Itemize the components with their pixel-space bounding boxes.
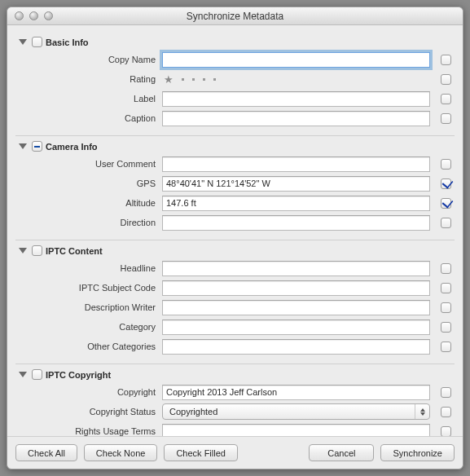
label-input[interactable] xyxy=(162,91,430,107)
window-controls xyxy=(7,11,53,20)
rating-stars[interactable]: ★ xyxy=(162,74,430,85)
sync-check-copyright-status[interactable] xyxy=(441,407,451,417)
sync-check-category[interactable] xyxy=(441,322,451,333)
row-copyright: Copyright xyxy=(19,383,451,401)
section-check-iptc-copyright[interactable] xyxy=(32,369,42,380)
window-title: Synchronize Metadata xyxy=(7,11,463,22)
section-title: Camera Info xyxy=(46,142,98,152)
label-rating: Rating xyxy=(19,74,162,84)
section-check-camera[interactable] xyxy=(32,141,42,152)
headline-input[interactable] xyxy=(162,261,430,276)
label-description-writer: Description Writer xyxy=(19,302,162,312)
row-category: Category xyxy=(19,318,451,336)
star-icon[interactable]: ★ xyxy=(164,74,174,85)
label-label: Label xyxy=(19,94,162,104)
section-check-iptc-content[interactable] xyxy=(32,245,42,256)
zoom-icon[interactable] xyxy=(44,11,53,20)
row-subject-code: IPTC Subject Code xyxy=(19,279,451,297)
description-writer-input[interactable] xyxy=(162,300,430,315)
sync-check-subject-code[interactable] xyxy=(441,283,451,293)
section-iptc-content: IPTC Content Headline IPTC Subject Code … xyxy=(15,240,455,364)
caption-input[interactable] xyxy=(162,111,430,126)
sync-check-headline[interactable] xyxy=(441,263,451,274)
disclosure-triangle-icon[interactable] xyxy=(19,39,27,45)
row-copyright-status: Copyright Status Copyrighted xyxy=(19,403,451,421)
label-rights-usage: Rights Usage Terms xyxy=(19,426,162,436)
sync-check-gps[interactable] xyxy=(441,178,451,189)
copyright-status-select[interactable]: Copyrighted xyxy=(162,403,430,420)
user-comment-input[interactable] xyxy=(162,156,430,172)
synchronize-button[interactable]: Synchronize xyxy=(380,444,455,461)
label-other-categories: Other Categories xyxy=(19,342,162,351)
label-caption: Caption xyxy=(19,113,162,123)
cancel-button[interactable]: Cancel xyxy=(309,444,374,461)
label-user-comment: User Comment xyxy=(19,159,162,169)
section-title: Basic Info xyxy=(46,37,89,47)
rights-usage-input[interactable] xyxy=(162,424,430,437)
section-title: IPTC Content xyxy=(46,246,103,256)
row-other-categories: Other Categories xyxy=(19,337,451,355)
star-dot-icon[interactable] xyxy=(182,78,184,81)
sync-check-copyright[interactable] xyxy=(441,387,451,398)
row-description-writer: Description Writer xyxy=(19,298,451,316)
category-input[interactable] xyxy=(162,320,430,335)
sync-check-description-writer[interactable] xyxy=(441,302,451,313)
sync-check-direction[interactable] xyxy=(441,218,451,228)
row-gps: GPS xyxy=(19,174,451,192)
star-dot-icon[interactable] xyxy=(213,78,216,81)
label-altitude: Altitude xyxy=(19,198,162,208)
section-check-basic[interactable] xyxy=(32,37,42,47)
section-header-iptc-copyright[interactable]: IPTC Copyright xyxy=(19,369,451,380)
sync-check-rights-usage[interactable] xyxy=(441,426,451,437)
sync-check-label[interactable] xyxy=(441,94,451,104)
sync-check-copy-name[interactable] xyxy=(441,55,451,65)
section-camera-info: Camera Info User Comment GPS Altitude Di… xyxy=(15,135,455,240)
direction-input[interactable] xyxy=(162,215,430,231)
gps-input[interactable] xyxy=(162,176,430,192)
section-header-camera[interactable]: Camera Info xyxy=(19,141,451,152)
section-header-basic[interactable]: Basic Info xyxy=(19,37,451,47)
copyright-input[interactable] xyxy=(162,385,430,400)
check-all-button[interactable]: Check All xyxy=(15,444,77,461)
label-headline: Headline xyxy=(19,263,162,273)
sync-check-other-categories[interactable] xyxy=(441,342,451,352)
row-rights-usage: Rights Usage Terms xyxy=(19,422,451,436)
titlebar: Synchronize Metadata xyxy=(7,7,463,25)
select-value: Copyrighted xyxy=(169,407,217,416)
disclosure-triangle-icon[interactable] xyxy=(19,143,27,149)
row-rating: Rating ★ xyxy=(19,70,451,88)
close-icon[interactable] xyxy=(15,11,24,20)
section-iptc-copyright: IPTC Copyright Copyright Copyright Statu… xyxy=(15,364,455,436)
disclosure-triangle-icon[interactable] xyxy=(19,248,27,253)
dialog-footer: Check All Check None Check Filled Cancel… xyxy=(7,436,463,469)
copy-name-input[interactable] xyxy=(162,52,430,68)
row-altitude: Altitude xyxy=(19,194,451,212)
label-copy-name: Copy Name xyxy=(19,55,162,64)
row-direction: Direction xyxy=(19,214,451,231)
section-title: IPTC Copyright xyxy=(46,370,111,380)
label-copyright-status: Copyright Status xyxy=(19,407,162,416)
minimize-icon[interactable] xyxy=(29,11,38,20)
sync-check-altitude[interactable] xyxy=(441,198,451,209)
label-gps: GPS xyxy=(19,178,162,188)
star-dot-icon[interactable] xyxy=(203,78,205,81)
sync-check-caption[interactable] xyxy=(441,113,451,124)
sync-check-rating[interactable] xyxy=(441,74,451,85)
other-categories-input[interactable] xyxy=(162,339,430,355)
check-filled-button[interactable]: Check Filled xyxy=(164,444,238,461)
dialog-window: Synchronize Metadata Basic Info Copy Nam… xyxy=(7,7,463,469)
star-dot-icon[interactable] xyxy=(192,78,195,81)
subject-code-input[interactable] xyxy=(162,280,430,296)
dialog-content: Basic Info Copy Name Rating ★ xyxy=(7,25,463,436)
row-copy-name: Copy Name xyxy=(19,51,451,68)
label-category: Category xyxy=(19,322,162,332)
check-none-button[interactable]: Check None xyxy=(84,444,158,461)
sync-check-user-comment[interactable] xyxy=(441,159,451,170)
label-direction: Direction xyxy=(19,218,162,227)
altitude-input[interactable] xyxy=(162,196,430,211)
row-user-comment: User Comment xyxy=(19,155,451,173)
section-header-iptc-content[interactable]: IPTC Content xyxy=(19,245,451,256)
disclosure-triangle-icon[interactable] xyxy=(19,372,27,377)
select-arrows-icon xyxy=(415,404,429,419)
section-basic-info: Basic Info Copy Name Rating ★ xyxy=(15,32,455,135)
